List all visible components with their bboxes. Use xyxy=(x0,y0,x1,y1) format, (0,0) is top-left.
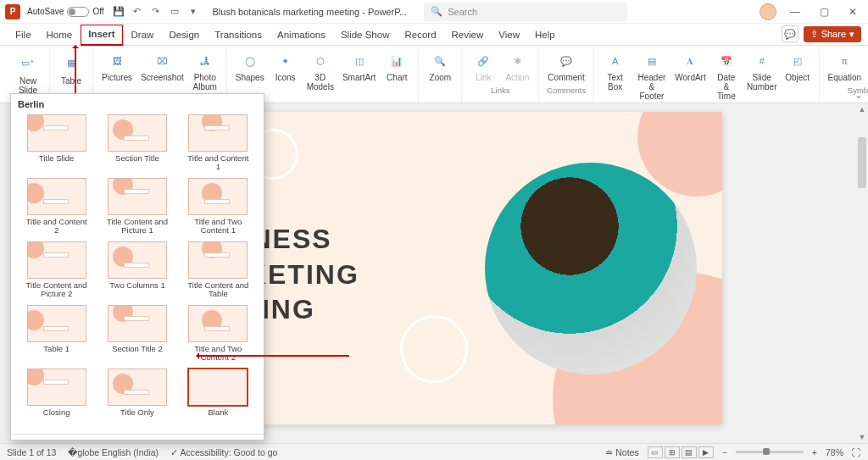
fit-to-window-icon[interactable]: ⛶ xyxy=(852,447,861,457)
chart-button[interactable]: 📊Chart xyxy=(381,49,413,93)
screenshot-icon: ⌧ xyxy=(152,51,172,71)
close-button[interactable]: ✕ xyxy=(843,2,863,22)
slide-image[interactable] xyxy=(485,163,697,374)
tab-record[interactable]: Record xyxy=(398,26,442,45)
tab-insert[interactable]: Insert xyxy=(81,25,122,46)
layout-item-section-title[interactable]: Section Title xyxy=(98,114,175,173)
tab-view[interactable]: View xyxy=(492,26,526,45)
accessibility-status[interactable]: ✓ Accessibility: Good to go xyxy=(170,447,277,457)
comments-pane-button[interactable]: 💬 xyxy=(782,25,798,42)
minimize-button[interactable]: ― xyxy=(785,2,805,22)
layout-thumb xyxy=(27,114,86,152)
share-icon: ⇪ xyxy=(810,29,818,40)
layout-item-title-and-content-1[interactable]: Title and Content 1 xyxy=(180,114,257,173)
slideshow-view-icon[interactable]: ▶ xyxy=(698,446,714,458)
status-bar: Slide 1 of 13 �globe English (India) ✓ A… xyxy=(0,443,868,460)
share-button[interactable]: ⇪ Share ▾ xyxy=(804,26,861,42)
search-input[interactable]: 🔍 Search xyxy=(424,3,627,21)
slide-number-button[interactable]: #Slide Number xyxy=(744,49,780,103)
search-icon: 🔍 xyxy=(431,6,442,17)
3d-models-button[interactable]: ⬡3D Models xyxy=(303,49,337,93)
layout-label: Two Columns 1 xyxy=(109,281,164,300)
zoom-in-icon[interactable]: + xyxy=(812,447,817,457)
zoom-out-icon[interactable]: − xyxy=(722,447,727,457)
tab-slideshow[interactable]: Slide Show xyxy=(334,26,397,45)
autosave-toggle[interactable]: AutoSave Off xyxy=(27,7,104,17)
duplicate-slides-item[interactable]: ⎘Duplicate Selected Slides xyxy=(11,438,264,441)
smartart-button[interactable]: ◫SmartArt xyxy=(339,49,379,93)
undo-icon[interactable]: ↶ xyxy=(131,6,143,18)
date-time-button[interactable]: 📅Date & Time xyxy=(710,49,743,103)
comments-group-label: Comments xyxy=(547,84,586,96)
autosave-label: AutoSave xyxy=(27,7,64,16)
comment-icon: 💬 xyxy=(556,51,576,71)
header-footer-button[interactable]: ▤Header & Footer xyxy=(633,49,670,103)
textbox-button[interactable]: AText Box xyxy=(599,49,632,103)
tab-help[interactable]: Help xyxy=(528,26,562,45)
equation-button[interactable]: πEquation xyxy=(825,49,865,84)
reading-view-icon[interactable]: ▤ xyxy=(682,446,697,458)
layout-thumb xyxy=(188,178,248,215)
autosave-state: Off xyxy=(92,7,103,16)
zoom-button[interactable]: 🔍Zoom xyxy=(424,49,456,84)
slideshow-icon[interactable]: ▭ xyxy=(169,6,181,18)
shapes-icon: ◯ xyxy=(240,51,260,71)
layout-item-section-title-2[interactable]: Section Title 2 xyxy=(98,305,175,363)
redo-icon[interactable]: ↷ xyxy=(150,6,162,18)
layout-item-title-content-and-picture-1[interactable]: Title Content and Picture 1 xyxy=(98,178,175,236)
scroll-down-icon[interactable]: ▼ xyxy=(856,431,868,443)
search-placeholder: Search xyxy=(448,7,477,17)
tab-design[interactable]: Design xyxy=(162,26,206,45)
qat-dropdown-icon[interactable]: ▾ xyxy=(187,6,199,18)
scrollbar-thumb[interactable] xyxy=(858,137,866,188)
zoom-percent[interactable]: 78% xyxy=(826,447,843,457)
layout-item-closing[interactable]: Closing xyxy=(18,369,95,427)
layout-label: Title Content and Picture 2 xyxy=(25,281,89,300)
scroll-up-icon[interactable]: ▲ xyxy=(856,103,868,115)
photo-album-icon: 🏞 xyxy=(195,51,215,71)
comment-button[interactable]: 💬Comment xyxy=(544,49,587,84)
wordart-icon: 𝐀 xyxy=(680,51,700,71)
wordart-button[interactable]: 𝐀WordArt xyxy=(672,49,709,103)
shapes-button[interactable]: ◯Shapes xyxy=(232,49,268,93)
vertical-scrollbar[interactable]: ▲ ▼ xyxy=(856,103,868,443)
maximize-button[interactable]: ▢ xyxy=(814,2,834,22)
photo-album-button[interactable]: 🏞Photo Album xyxy=(189,49,221,93)
pictures-button[interactable]: 🖼Pictures xyxy=(98,49,136,93)
layout-item-blank[interactable]: Blank xyxy=(180,369,257,427)
layout-item-title-content-and-table[interactable]: Title Content and Table xyxy=(180,241,257,300)
layout-item-title-slide[interactable]: Title Slide xyxy=(18,114,95,173)
tab-animations[interactable]: Animations xyxy=(270,26,332,45)
language-indicator[interactable]: �globe English (India) xyxy=(68,447,159,457)
layout-thumb xyxy=(188,241,248,279)
layout-label: Closing xyxy=(43,408,70,427)
smartart-icon: ◫ xyxy=(349,51,370,71)
layout-item-title-content-and-picture-2[interactable]: Title Content and Picture 2 xyxy=(18,241,95,300)
tab-review[interactable]: Review xyxy=(445,26,491,45)
notes-button[interactable]: ≐ Notes xyxy=(605,447,638,457)
layout-item-title-and-content-2[interactable]: Title and Content 2 xyxy=(18,178,95,236)
layout-item-title-and-two-content-1[interactable]: Title and Two Content 1 xyxy=(180,178,257,236)
layout-item-two-columns-1[interactable]: Two Columns 1 xyxy=(98,241,175,300)
layout-item-title-only[interactable]: Title Only xyxy=(98,369,175,427)
tab-transitions[interactable]: Transitions xyxy=(208,26,269,45)
layout-item-table-1[interactable]: Table 1 xyxy=(18,305,95,363)
tab-draw[interactable]: Draw xyxy=(125,26,161,45)
layout-label: Title and Content 1 xyxy=(186,154,250,173)
normal-view-icon[interactable]: ▭ xyxy=(648,446,663,458)
toggle-switch[interactable] xyxy=(67,7,89,17)
save-icon[interactable]: 💾 xyxy=(113,6,125,18)
object-button[interactable]: ◰Object xyxy=(782,49,814,103)
zoom-slider[interactable] xyxy=(736,451,804,453)
user-avatar[interactable] xyxy=(760,3,776,20)
link-icon: 🔗 xyxy=(473,51,493,71)
action-button: ✱Action xyxy=(501,49,533,84)
table-icon: ▦ xyxy=(59,51,83,75)
new-slide-button[interactable]: ▭⁺New Slide xyxy=(12,49,44,97)
collapse-ribbon-icon[interactable]: ⌄ xyxy=(854,89,863,101)
sorter-view-icon[interactable]: ⊞ xyxy=(665,446,680,458)
tab-file[interactable]: File xyxy=(8,26,38,45)
screenshot-button[interactable]: ⌧Screenshot xyxy=(137,49,187,93)
table-button[interactable]: ▦Table xyxy=(55,49,87,87)
icons-button[interactable]: ✦Icons xyxy=(270,49,302,93)
